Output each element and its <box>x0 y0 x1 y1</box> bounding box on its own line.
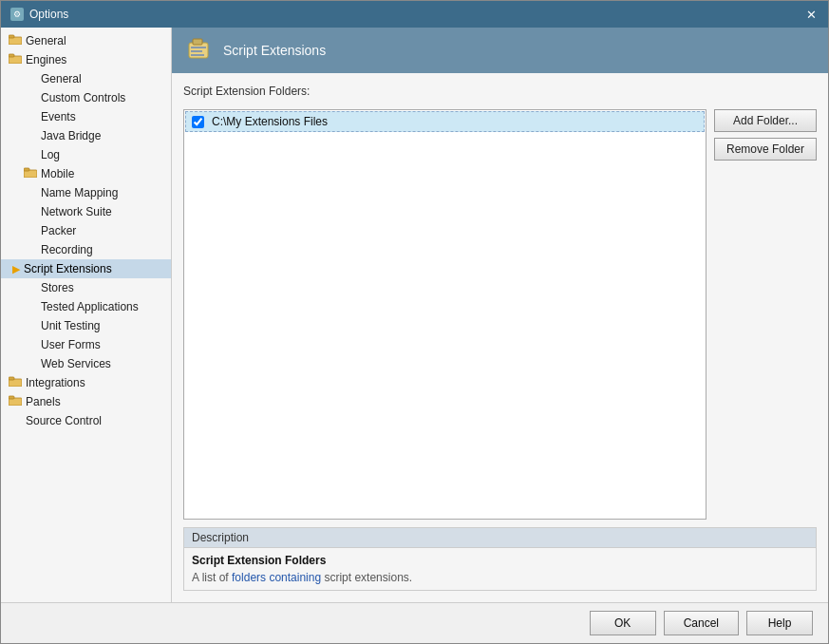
help-button[interactable]: Help <box>746 611 813 635</box>
sidebar-item-label: Recording <box>41 243 93 256</box>
sidebar-item-label: Mobile <box>41 167 74 180</box>
description-link[interactable]: folders containing <box>232 571 321 584</box>
sidebar-item-label: Unit Testing <box>41 319 100 332</box>
description-body: Script Extension Folders A list of folde… <box>184 548 816 590</box>
sidebar-item-general-top[interactable]: General <box>1 31 171 50</box>
folder-icon <box>9 395 22 408</box>
main-content: GeneralEnginesGeneralCustom ControlsEven… <box>1 28 828 602</box>
folder-icon <box>9 376 22 389</box>
description-title: Script Extension Folders <box>192 554 808 567</box>
sidebar-item-label: Packer <box>41 224 76 237</box>
sidebar-item-label: Web Services <box>41 357 111 370</box>
folder-buttons: Add Folder... Remove Folder <box>714 109 817 520</box>
sidebar-item-java-bridge[interactable]: Java Bridge <box>1 126 171 145</box>
cancel-button[interactable]: Cancel <box>664 611 739 635</box>
sidebar-item-mobile[interactable]: Mobile <box>1 164 171 183</box>
sidebar-item-source-control[interactable]: Source Control <box>1 411 171 430</box>
panel-body: Script Extension Folders: C:\My Extensio… <box>172 73 828 602</box>
svg-rect-7 <box>9 377 14 380</box>
sidebar-item-label: Network Suite <box>41 205 112 218</box>
sidebar-item-unit-testing[interactable]: Unit Testing <box>1 316 171 335</box>
bottom-bar: OK Cancel Help <box>1 602 828 643</box>
sidebar-item-label: Events <box>41 110 76 123</box>
sidebar-item-label: Java Bridge <box>41 129 101 142</box>
sidebar-item-packer[interactable]: Packer <box>1 221 171 240</box>
description-text: A list of folders containing script exte… <box>192 571 808 584</box>
sidebar-item-label: Panels <box>26 395 61 408</box>
folder-list-row[interactable]: C:\My Extensions Files <box>185 111 705 132</box>
sidebar-item-script-extensions[interactable]: ▶Script Extensions <box>1 259 171 278</box>
panel-header: Script Extensions <box>172 28 828 73</box>
folder-icon <box>9 34 22 47</box>
sidebar-item-label: Engines <box>26 53 66 66</box>
sidebar-item-label: Custom Controls <box>41 91 125 104</box>
sidebar-item-integrations[interactable]: Integrations <box>1 373 171 392</box>
remove-folder-button[interactable]: Remove Folder <box>714 138 817 161</box>
ok-button[interactable]: OK <box>590 611 656 635</box>
svg-rect-14 <box>191 54 204 56</box>
sidebar-item-label: Source Control <box>26 414 102 427</box>
svg-rect-1 <box>9 35 14 38</box>
arrow-icon: ▶ <box>12 263 20 275</box>
titlebar-left: ⚙ Options <box>10 8 68 21</box>
folder-icon <box>9 53 22 66</box>
sidebar-item-stores[interactable]: Stores <box>1 278 171 297</box>
folder-icon <box>24 167 37 180</box>
sidebar-item-label: Tested Applications <box>41 300 139 313</box>
folder-checkbox[interactable] <box>192 116 204 128</box>
sidebar-item-general-sub[interactable]: General <box>1 69 171 88</box>
sidebar-item-label: Script Extensions <box>24 262 112 275</box>
description-panel: Description Script Extension Folders A l… <box>183 527 817 591</box>
svg-rect-5 <box>24 168 29 171</box>
sidebar-item-log[interactable]: Log <box>1 145 171 164</box>
sidebar-item-custom-controls[interactable]: Custom Controls <box>1 88 171 107</box>
sidebar-item-label: General <box>41 72 82 85</box>
script-extensions-icon <box>187 37 214 64</box>
sidebar-item-web-services[interactable]: Web Services <box>1 354 171 373</box>
sidebar-item-label: User Forms <box>41 338 101 351</box>
svg-rect-12 <box>191 47 206 48</box>
sidebar-item-label: Stores <box>41 281 74 294</box>
add-folder-button[interactable]: Add Folder... <box>714 109 817 132</box>
sidebar-item-label: Name Mapping <box>41 186 118 199</box>
sidebar-item-user-forms[interactable]: User Forms <box>1 335 171 354</box>
svg-rect-13 <box>191 50 202 52</box>
svg-rect-11 <box>193 39 202 45</box>
options-window: ⚙ Options ✕ GeneralEnginesGeneralCustom … <box>0 0 829 644</box>
right-panel: Script Extensions Script Extension Folde… <box>172 28 828 602</box>
svg-rect-9 <box>9 396 14 399</box>
titlebar: ⚙ Options ✕ <box>1 1 828 28</box>
folder-list[interactable]: C:\My Extensions Files <box>183 109 707 520</box>
sidebar-item-name-mapping[interactable]: Name Mapping <box>1 183 171 202</box>
sidebar-item-tested-applications[interactable]: Tested Applications <box>1 297 171 316</box>
section-label: Script Extension Folders: <box>183 85 817 98</box>
sidebar-item-recording[interactable]: Recording <box>1 240 171 259</box>
sidebar-item-events[interactable]: Events <box>1 107 171 126</box>
description-header: Description <box>184 528 816 548</box>
svg-rect-3 <box>9 54 14 57</box>
sidebar: GeneralEnginesGeneralCustom ControlsEven… <box>1 28 172 602</box>
panel-title: Script Extensions <box>223 43 326 58</box>
folder-path: C:\My Extensions Files <box>212 115 328 128</box>
sidebar-item-engines[interactable]: Engines <box>1 50 171 69</box>
sidebar-item-panels[interactable]: Panels <box>1 392 171 411</box>
sidebar-item-network-suite[interactable]: Network Suite <box>1 202 171 221</box>
folder-list-area: C:\My Extensions Files Add Folder... Rem… <box>183 109 817 520</box>
window-title: Options <box>29 8 68 21</box>
window-icon: ⚙ <box>10 8 24 21</box>
sidebar-item-label: Log <box>41 148 60 161</box>
sidebar-item-label: General <box>26 34 66 47</box>
sidebar-item-label: Integrations <box>26 376 85 389</box>
close-button[interactable]: ✕ <box>803 7 819 22</box>
